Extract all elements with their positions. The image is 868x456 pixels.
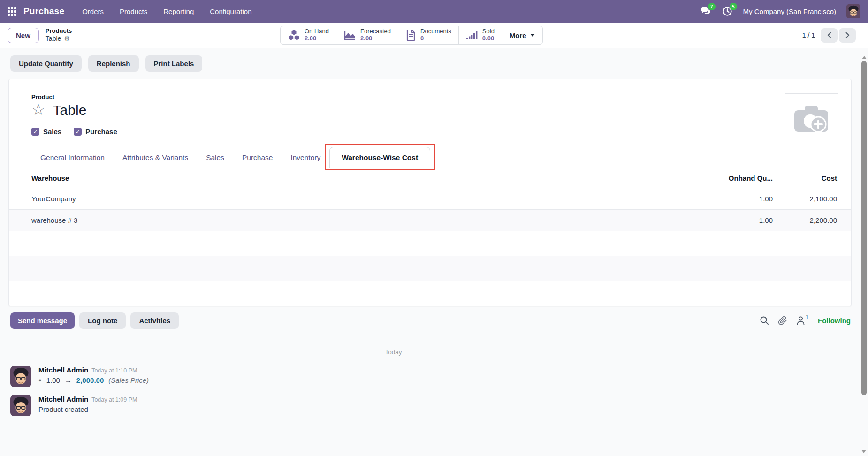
menu-products[interactable]: Products (120, 8, 147, 15)
cell-warehouse[interactable]: YourCompany (9, 188, 674, 210)
arrow-right-icon: → (65, 376, 72, 384)
stat-forecasted[interactable]: Forecasted 2.00 (336, 26, 398, 44)
cell-onhand[interactable]: 1.00 (674, 210, 773, 231)
stat-documents[interactable]: Documents 0 (398, 26, 459, 44)
column-warehouse[interactable]: Warehouse (9, 168, 674, 188)
empty-row (9, 231, 851, 256)
bullet-icon: ● (38, 377, 42, 383)
cubes-icon (288, 30, 300, 41)
cell-cost[interactable]: 2,100.00 (773, 188, 837, 210)
activities-icon[interactable]: 5 (722, 6, 733, 17)
activities-button[interactable]: Activities (130, 312, 179, 329)
notebook-tabs: General Information Attributes & Variant… (9, 147, 851, 168)
warehouse-cost-table: Warehouse Onhand Qu... Cost YourCompany … (9, 168, 851, 306)
empty-row (9, 281, 851, 306)
empty-row (9, 256, 851, 281)
camera-plus-icon (792, 104, 831, 135)
gear-icon[interactable]: ⚙ (64, 35, 70, 43)
control-panel: New Products Table ⚙ On Hand 2.00 (0, 23, 868, 48)
breadcrumb-current: Table (46, 35, 61, 43)
stat-label: On Hand (305, 28, 329, 35)
tab-sales[interactable]: Sales (197, 147, 233, 168)
attachment-icon[interactable] (778, 316, 787, 326)
followers-count: 1 (806, 314, 809, 320)
pager-previous-button[interactable] (821, 28, 838, 43)
stat-value: 2.00 (305, 35, 329, 42)
product-form-sheet: Product ☆ Table ✓ Sales ✓ Purchase Gener… (8, 79, 852, 306)
product-image-upload[interactable] (785, 93, 838, 144)
menu-configuration[interactable]: Configuration (210, 8, 251, 15)
apps-menu-icon[interactable] (8, 7, 16, 16)
message: Mitchell Admin Today at 1:09 PM Product … (10, 395, 851, 416)
cell-onhand[interactable]: 1.00 (674, 188, 773, 210)
search-messages-icon[interactable] (760, 316, 769, 325)
purchase-checkbox[interactable]: ✓ Purchase (74, 128, 117, 136)
breadcrumb-products[interactable]: Products (46, 27, 72, 35)
tab-attributes-variants[interactable]: Attributes & Variants (114, 147, 197, 168)
favorite-star-icon[interactable]: ☆ (31, 102, 46, 117)
more-button[interactable]: More (502, 26, 542, 44)
tab-inventory[interactable]: Inventory (282, 147, 329, 168)
message-author[interactable]: Mitchell Admin (38, 366, 88, 374)
sales-checkbox-label: Sales (43, 128, 61, 136)
replenish-button[interactable]: Replenish (88, 55, 139, 72)
pager-count: 1 / 1 (802, 31, 815, 39)
column-cost[interactable]: Cost (773, 168, 837, 188)
stat-sold[interactable]: Sold 0.00 (459, 26, 502, 44)
document-icon (405, 29, 416, 41)
new-button[interactable]: New (8, 28, 39, 43)
breadcrumb: Products Table ⚙ (46, 27, 72, 43)
update-quantity-button[interactable]: Update Quantity (10, 55, 82, 72)
day-divider-label: Today (385, 349, 402, 356)
tab-general-information[interactable]: General Information (31, 147, 114, 168)
chevron-right-icon (845, 31, 850, 39)
message: Mitchell Admin Today at 1:10 PM ● 1.00 →… (10, 366, 851, 387)
tab-purchase[interactable]: Purchase (233, 147, 282, 168)
stat-label: Documents (420, 28, 451, 35)
checkbox-checked-icon: ✓ (31, 128, 39, 136)
more-button-label: More (510, 31, 526, 39)
sales-checkbox[interactable]: ✓ Sales (31, 128, 61, 136)
pager-next-button[interactable] (839, 28, 856, 43)
following-button[interactable]: Following (818, 317, 851, 325)
menu-orders[interactable]: Orders (82, 8, 104, 15)
user-avatar[interactable] (846, 4, 860, 18)
table-row[interactable]: warehouse # 3 1.00 2,200.00 (9, 210, 851, 231)
followers-icon[interactable]: 1 (796, 316, 809, 325)
tab-warehouse-wise-cost[interactable]: Warehouse-Wise Cost (329, 147, 430, 168)
message-time: Today at 1:10 PM (91, 367, 137, 374)
tracking-old-value: 1.00 (46, 376, 60, 384)
message-avatar[interactable] (10, 366, 31, 387)
app-name[interactable]: Purchase (23, 6, 64, 16)
company-switcher[interactable]: My Company (San Francisco) (743, 8, 836, 15)
cell-cost[interactable]: 2,200.00 (773, 210, 837, 231)
scroll-down-icon[interactable] (861, 450, 866, 453)
stat-on-hand[interactable]: On Hand 2.00 (281, 26, 336, 44)
tracking-field-name: (Sales Price) (108, 376, 149, 384)
cell-warehouse[interactable]: warehouse # 3 (9, 210, 674, 231)
scroll-up-icon[interactable] (862, 56, 867, 59)
menu-reporting[interactable]: Reporting (163, 8, 194, 15)
tracking-new-value: 2,000.00 (76, 376, 104, 384)
purchase-checkbox-label: Purchase (85, 128, 117, 136)
message-time: Today at 1:09 PM (91, 396, 137, 403)
message-avatar[interactable] (10, 395, 31, 416)
area-chart-icon (343, 30, 356, 41)
table-row[interactable]: YourCompany 1.00 2,100.00 (9, 188, 851, 210)
table-header-row: Warehouse Onhand Qu... Cost (9, 168, 851, 188)
column-onhand-quantity[interactable]: Onhand Qu... (674, 168, 773, 188)
print-labels-button[interactable]: Print Labels (145, 55, 203, 72)
action-button-row: Update Quantity Replenish Print Labels (0, 48, 868, 72)
product-name[interactable]: Table (53, 102, 87, 118)
bar-chart-icon (466, 30, 478, 41)
scrollbar-thumb[interactable] (861, 61, 867, 395)
page-scrollbar[interactable] (860, 54, 868, 456)
chevron-down-icon (530, 34, 535, 37)
product-field-label: Product (31, 93, 851, 100)
messages-icon[interactable]: 7 (700, 6, 711, 17)
stat-label: Sold (482, 28, 495, 35)
stat-value: 0 (420, 35, 451, 42)
message-author[interactable]: Mitchell Admin (38, 395, 88, 403)
send-message-button[interactable]: Send message (10, 312, 75, 329)
log-note-button[interactable]: Log note (79, 312, 126, 329)
